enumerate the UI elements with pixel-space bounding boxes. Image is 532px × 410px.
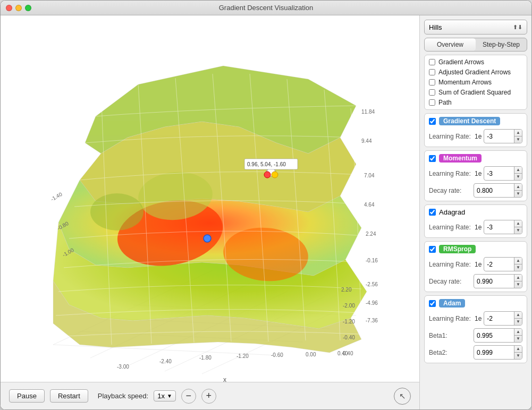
checkbox-sum-gradient[interactable]: Sum of Gradient Squared: [429, 89, 522, 96]
momentum-decay-down[interactable]: ▼: [514, 191, 522, 197]
adam-lr-down[interactable]: ▼: [514, 319, 522, 325]
section-gradient-descent-checkbox[interactable]: [429, 118, 436, 125]
minimize-button[interactable]: [15, 5, 22, 11]
section-adam-checkbox[interactable]: [429, 300, 436, 307]
svg-text:-2.00: -2.00: [343, 303, 355, 309]
svg-text:11.84: 11.84: [361, 109, 375, 115]
svg-text:0.40: 0.40: [343, 351, 353, 356]
adagrad-lr-prefix: 1e: [475, 224, 482, 231]
rmsprop-lr-stepper[interactable]: ▲ ▼: [484, 257, 522, 271]
rmsprop-lr-prefix: 1e: [475, 261, 482, 268]
adagrad-lr-down[interactable]: ▼: [514, 227, 522, 234]
svg-text:-1.80: -1.80: [199, 355, 212, 361]
adam-beta2-up[interactable]: ▲: [514, 346, 522, 353]
gradient-descent-lr-stepper[interactable]: ▲ ▼: [484, 129, 522, 143]
checkbox-momentum-arrows-input[interactable]: [429, 79, 435, 86]
checkbox-adjusted-gradient-input[interactable]: [429, 69, 435, 75]
dropdown-arrow-icon: ⬆⬇: [513, 24, 522, 31]
adagrad-lr-input[interactable]: [484, 223, 514, 232]
adam-lr-input[interactable]: [484, 314, 514, 323]
surface-dropdown[interactable]: Hills ⬆⬇: [424, 20, 527, 35]
zoom-in-button[interactable]: +: [201, 389, 216, 404]
adam-beta2-input[interactable]: [474, 348, 514, 357]
cursor-symbol: ↖: [399, 391, 406, 401]
momentum-decay-row: Decay rate: ▲ ▼: [429, 183, 522, 198]
rmsprop-decay-stepper[interactable]: ▲ ▼: [474, 274, 522, 288]
momentum-lr-up[interactable]: ▲: [514, 167, 522, 174]
checkbox-adjusted-gradient[interactable]: Adjusted Gradient Arrows: [429, 69, 522, 76]
momentum-decay-stepper[interactable]: ▲ ▼: [474, 183, 522, 198]
checkbox-path[interactable]: Path: [429, 99, 522, 106]
adam-lr-prefix: 1e: [475, 315, 482, 322]
adam-beta2-down[interactable]: ▼: [514, 353, 522, 359]
maximize-button[interactable]: [25, 5, 31, 11]
svg-text:7.04: 7.04: [364, 173, 375, 178]
canvas-wrapper[interactable]: -1.00 -0.80 -1.40 11.84 9.44 7.04 4.64 2…: [1, 15, 419, 382]
svg-text:-4.96: -4.96: [366, 300, 378, 306]
momentum-lr-stepper[interactable]: ▲ ▼: [484, 166, 522, 181]
adam-beta1-down[interactable]: ▼: [514, 336, 522, 342]
adagrad-lr-arrows: ▲ ▼: [514, 220, 522, 234]
momentum-lr-down[interactable]: ▼: [514, 174, 522, 180]
playback-speed-label: Playback speed:: [98, 392, 148, 400]
tab-overview[interactable]: Overview: [425, 38, 476, 51]
speed-select[interactable]: 1x ▼: [154, 390, 176, 402]
cursor-icon: ↖: [394, 388, 411, 405]
adam-beta1-stepper[interactable]: ▲ ▼: [474, 328, 522, 343]
adam-lr-stepper[interactable]: ▲ ▼: [484, 311, 522, 326]
checkbox-momentum-arrows[interactable]: Momentum Arrows: [429, 79, 522, 86]
zoom-out-button[interactable]: −: [181, 389, 196, 404]
adam-beta2-stepper[interactable]: ▲ ▼: [474, 345, 522, 360]
rmsprop-decay-up[interactable]: ▲: [514, 275, 522, 281]
window-buttons: [6, 5, 31, 11]
momentum-lr-label: Learning Rate:: [429, 170, 471, 177]
momentum-decay-input[interactable]: [474, 186, 514, 195]
checkbox-path-label: Path: [438, 99, 452, 106]
section-rmsprop-pill: RMSprop: [439, 245, 476, 253]
close-button[interactable]: [6, 5, 12, 11]
gradient-descent-lr-prefix: 1e: [475, 133, 482, 140]
pause-button[interactable]: Pause: [9, 389, 45, 403]
gradient-descent-lr-up[interactable]: ▲: [514, 130, 522, 136]
gradient-descent-lr-down[interactable]: ▼: [514, 136, 522, 143]
checkbox-path-input[interactable]: [429, 99, 435, 106]
adagrad-lr-up[interactable]: ▲: [514, 220, 522, 227]
checkbox-gradient-arrows[interactable]: Gradient Arrows: [429, 58, 522, 66]
rmsprop-lr-down[interactable]: ▼: [514, 264, 522, 271]
adam-lr-up[interactable]: ▲: [514, 312, 522, 319]
speed-dropdown-arrow: ▼: [167, 393, 172, 399]
svg-text:-1.20: -1.20: [343, 319, 355, 324]
svg-text:x: x: [223, 376, 226, 382]
momentum-decay-up[interactable]: ▲: [514, 184, 522, 191]
section-momentum-checkbox[interactable]: [429, 155, 436, 162]
section-adagrad-header: Adagrad: [429, 208, 522, 216]
checkbox-sum-gradient-input[interactable]: [429, 89, 435, 96]
rmsprop-lr-input[interactable]: [484, 260, 514, 269]
section-rmsprop-checkbox[interactable]: [429, 246, 436, 253]
rmsprop-decay-down[interactable]: ▼: [514, 281, 522, 288]
checkbox-momentum-arrows-label: Momentum Arrows: [438, 79, 492, 86]
section-adagrad-checkbox[interactable]: [429, 209, 436, 216]
svg-text:2.20: 2.20: [341, 287, 352, 293]
restart-button[interactable]: Restart: [50, 389, 88, 403]
rmsprop-lr-up[interactable]: ▲: [514, 258, 522, 264]
section-gradient-descent-header: Gradient Descent: [429, 117, 522, 125]
rmsprop-decay-arrows: ▲ ▼: [514, 275, 522, 288]
gradient-descent-lr-input[interactable]: [484, 132, 514, 141]
momentum-lr-arrows: ▲ ▼: [514, 167, 522, 180]
checkbox-gradient-arrows-input[interactable]: [429, 59, 435, 65]
adam-lr-row: Learning Rate: 1e ▲ ▼: [429, 311, 522, 326]
gradient-descent-lr-label: Learning Rate:: [429, 133, 471, 140]
adagrad-lr-stepper[interactable]: ▲ ▼: [484, 220, 522, 234]
adagrad-lr-label: Learning Rate:: [429, 224, 471, 231]
svg-point-45: [264, 172, 271, 178]
surface-visualization: -1.00 -0.80 -1.40 11.84 9.44 7.04 4.64 2…: [1, 15, 419, 382]
adam-lr-arrows: ▲ ▼: [514, 312, 522, 325]
adam-beta1-input[interactable]: [474, 331, 514, 340]
momentum-lr-input[interactable]: [484, 169, 514, 178]
svg-point-47: [204, 235, 211, 242]
adam-beta1-up[interactable]: ▲: [514, 329, 522, 336]
section-adam-pill: Adam: [439, 299, 465, 308]
rmsprop-decay-input[interactable]: [474, 277, 514, 286]
tab-step-by-step[interactable]: Step-by-Step: [476, 38, 527, 51]
